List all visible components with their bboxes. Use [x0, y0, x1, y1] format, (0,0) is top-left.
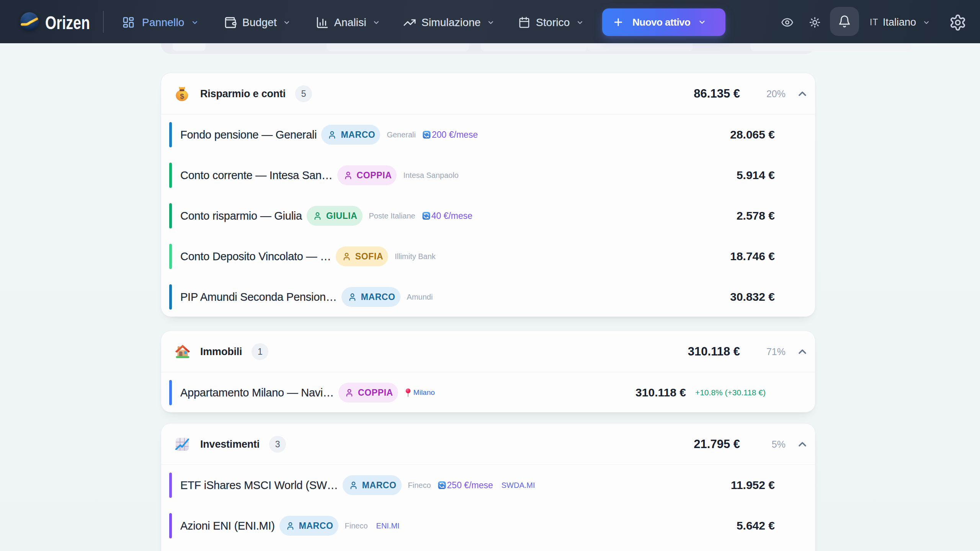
svg-text:$: $ [180, 92, 184, 100]
svg-text:Orizen: Orizen [45, 15, 90, 33]
